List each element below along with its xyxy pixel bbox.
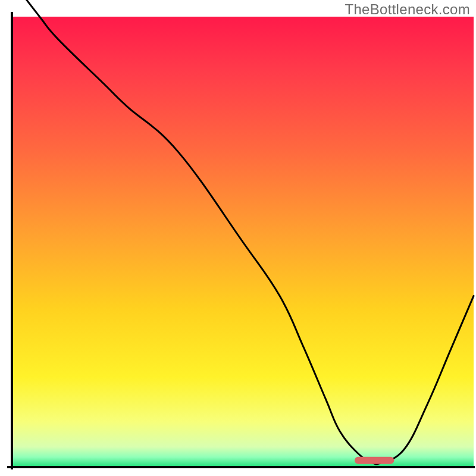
chart-svg — [0, 0, 476, 476]
bottleneck-chart: TheBottleneck.com — [0, 0, 476, 476]
watermark-text: TheBottleneck.com — [345, 1, 470, 18]
